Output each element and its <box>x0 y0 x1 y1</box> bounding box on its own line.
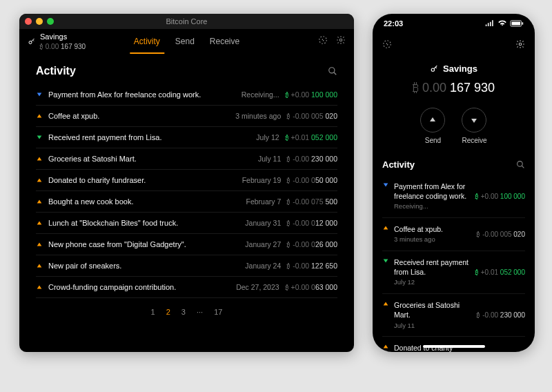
close-icon[interactable] <box>25 18 32 25</box>
activity-list: Payment from Alex for freelance coding w… <box>36 84 337 298</box>
home-indicator[interactable] <box>423 345 485 348</box>
row-amount: ₿ -0.00 075 500 <box>286 197 337 206</box>
wallet-info[interactable]: Savings ₿ 0.00 167 930 <box>28 32 86 50</box>
table-row[interactable]: New phone case from "Digital Gadgetry".J… <box>36 234 337 255</box>
row-date: January 24 <box>245 262 281 270</box>
search-icon[interactable] <box>516 160 525 169</box>
svg-point-8 <box>519 43 522 46</box>
key-icon <box>430 64 439 73</box>
gear-icon[interactable] <box>336 35 346 48</box>
row-description: Bought a new cook book. <box>48 197 240 206</box>
row-date: Receiving... <box>394 202 471 211</box>
search-icon[interactable] <box>328 66 337 76</box>
tab-send[interactable]: Send <box>174 29 196 54</box>
activity-list: Payment from Alex for freelance coding w… <box>382 175 525 352</box>
row-amount: ₿ -0.00 050 000 <box>286 176 337 184</box>
table-row[interactable]: Donated to charity fundraser.February 19… <box>36 170 337 191</box>
row-description: Payment from Alex for freelance coding w… <box>394 182 471 211</box>
row-date: July 12 <box>256 133 279 141</box>
window-title: Bitcoin Core <box>19 17 354 26</box>
table-row[interactable]: Groceries at Satoshi Mart.July 11 ₿ -0.0… <box>36 148 337 170</box>
row-amount: ₿ -0.00 122 650 <box>286 262 337 270</box>
row-amount: ₿ +0.01 052 000 <box>285 133 337 141</box>
svg-rect-6 <box>512 22 521 26</box>
table-row[interactable]: Crowd-funding campaign contribution.Dec … <box>36 277 337 298</box>
pager-page[interactable]: 3 <box>181 308 186 316</box>
wallet-name: Savings <box>443 63 477 74</box>
pager-page[interactable]: 1 <box>151 308 155 316</box>
pager-page[interactable]: 17 <box>214 308 222 316</box>
svg-point-10 <box>518 161 523 167</box>
list-item[interactable]: Coffee at xpub.3 minutes ago₿ -0.00 005 … <box>382 218 525 251</box>
list-item[interactable]: Payment from Alex for freelance coding w… <box>382 175 525 218</box>
balance: ₿ 0.00 167 930 <box>382 81 525 95</box>
status-time: 22:03 <box>384 19 403 28</box>
row-amount: ₿ +0.01 052 000 <box>475 268 525 276</box>
minimize-icon[interactable] <box>36 18 43 25</box>
list-item[interactable]: Received rent payment from Lisa.July 12₿… <box>382 251 525 294</box>
status-indicators <box>485 20 524 27</box>
row-date: Dec 27, 2023 <box>236 283 279 291</box>
row-amount: ₿ -0.00 026 000 <box>286 240 337 248</box>
row-description: Received rent payment from Lisa.July 12 <box>394 257 471 287</box>
row-description: Donated to charity fundraser. <box>48 176 237 184</box>
row-description: New pair of sneakers. <box>48 262 239 270</box>
table-row[interactable]: Payment from Alex for freelance coding w… <box>36 84 337 106</box>
row-amount: ₿ +0.00 100 000 <box>285 90 337 99</box>
tab-receive[interactable]: Receive <box>208 29 241 54</box>
row-date: July 12 <box>394 278 471 287</box>
row-date: Receiving... <box>241 90 279 99</box>
maximize-icon[interactable] <box>47 18 54 25</box>
row-amount: ₿ -0.00 230 000 <box>286 155 337 163</box>
row-amount: ₿ +0.00 063 000 <box>285 283 337 291</box>
key-icon <box>28 37 36 46</box>
receive-button[interactable]: Receive <box>462 108 486 144</box>
table-row[interactable]: Lunch at "Blockchain Bites" food truck.J… <box>36 213 337 234</box>
tabs: Activity Send Receive <box>132 29 241 54</box>
row-description: Coffee at xpub. <box>48 112 230 120</box>
row-description: New phone case from "Digital Gadgetry". <box>48 240 239 248</box>
svg-point-3 <box>329 68 335 73</box>
row-description: Coffee at xpub.3 minutes ago <box>394 224 472 244</box>
row-date: January 27 <box>245 240 281 248</box>
wallet-name: Savings <box>40 32 86 41</box>
row-amount: ₿ -0.00 005 020 <box>286 112 337 120</box>
row-date: February 19 <box>242 176 282 184</box>
page-title: Activity <box>36 65 76 77</box>
titlebar: Bitcoin Core <box>19 14 354 29</box>
pager-page[interactable]: ··· <box>197 308 203 316</box>
row-description: Crowd-funding campaign contribution. <box>48 283 230 291</box>
row-date: 3 minutes ago <box>394 235 472 244</box>
toolbar: Savings ₿ 0.00 167 930 Activity Send Rec… <box>19 29 354 55</box>
svg-rect-5 <box>522 22 524 24</box>
pager-page[interactable]: 2 <box>166 308 170 316</box>
row-description: Lunch at "Blockchain Bites" food truck. <box>48 219 239 227</box>
row-description: Received rent payment from Lisa. <box>48 133 250 141</box>
pager: 123···17 <box>36 308 337 316</box>
row-date: July 11 <box>394 322 472 331</box>
row-amount: ₿ -0.00 005 020 <box>477 231 525 238</box>
row-date: July 11 <box>258 155 281 163</box>
row-amount: ₿ +0.00 100 000 <box>475 193 525 200</box>
row-amount: ₿ -0.00 230 000 <box>477 311 525 319</box>
row-date: January 31 <box>245 219 281 227</box>
table-row[interactable]: New pair of sneakers.January 24₿ -0.00 1… <box>36 255 337 277</box>
send-button[interactable]: Send <box>420 108 445 144</box>
table-row[interactable]: Received rent payment from Lisa.July 12₿… <box>36 127 337 148</box>
tab-activity[interactable]: Activity <box>132 29 161 54</box>
row-amount: ₿ -0.00 012 000 <box>286 219 337 227</box>
activity-heading: Activity <box>382 159 415 170</box>
table-row[interactable]: Bought a new cook book.February 7₿ -0.00… <box>36 191 337 213</box>
gear-icon[interactable] <box>515 39 525 49</box>
row-description: Payment from Alex for freelance coding w… <box>48 90 236 99</box>
sync-icon[interactable] <box>318 35 328 48</box>
row-description: Groceries at Satoshi Mart.July 11 <box>394 300 472 330</box>
phone-frame: 22:03 Savings ₿ 0.00 167 930 Send <box>373 14 535 352</box>
table-row[interactable]: Coffee at xpub.3 minutes ago₿ -0.00 005 … <box>36 106 337 127</box>
row-date: February 7 <box>246 197 281 206</box>
row-date: 3 minutes ago <box>235 112 281 120</box>
list-item[interactable]: Groceries at Satoshi Mart.July 11₿ -0.00… <box>382 294 525 337</box>
sync-icon[interactable] <box>382 39 392 49</box>
status-bar: 22:03 <box>373 14 535 33</box>
row-description: Groceries at Satoshi Mart. <box>48 155 253 163</box>
